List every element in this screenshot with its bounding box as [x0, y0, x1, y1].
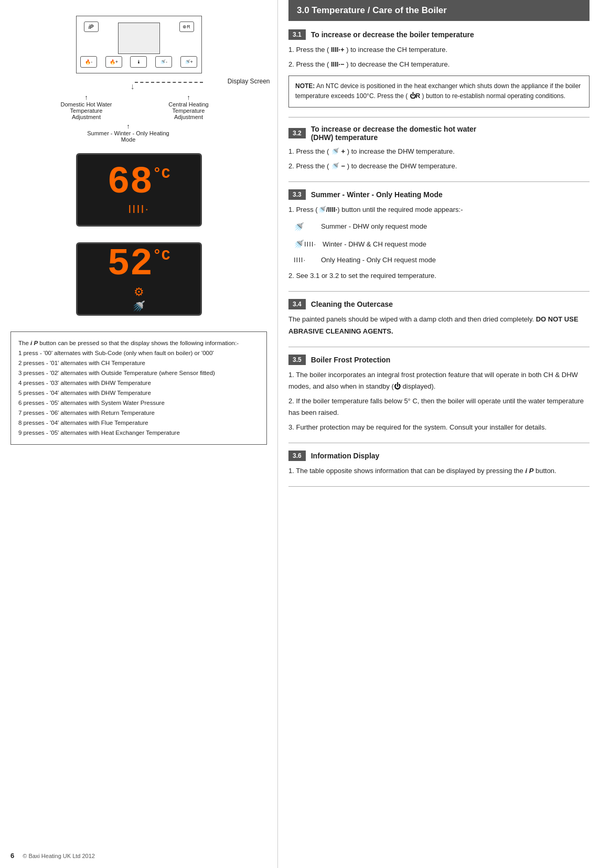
dhw-plus-button[interactable]: 🔥+: [105, 56, 122, 68]
divider-3-3: [288, 291, 590, 292]
boiler-top: iP ⊕R 🔥- 🔥+ 🌡 🚿- 🚿+: [71, 16, 207, 90]
section-title-3-1: To increase or decrease the boiler tempe…: [311, 30, 474, 39]
section-body-3-1: 1. Press the ( IIII·+ ) to increase the …: [288, 44, 590, 108]
section-body-3-5: 1. The boiler incorporates an integral f…: [288, 369, 590, 433]
section-3-2: 3.2 To increase or decrease the domestic…: [288, 125, 590, 172]
section-body-3-4: The painted panels should be wiped with …: [288, 314, 590, 337]
display-temp-2: 52°C: [107, 245, 170, 283]
section-title-3-3: Summer - Winter - Only Heating Mode: [311, 190, 443, 199]
heating-mode-label: Only Heating - Only CH request mode: [321, 254, 436, 266]
page: iP ⊕R 🔥- 🔥+ 🌡 🚿- 🚿+: [0, 0, 600, 868]
dhw-arrow: ↑: [60, 93, 113, 101]
section-3-4: 3.4 Cleaning the Outercase The painted p…: [288, 299, 590, 337]
reset-button[interactable]: ⊕R: [179, 22, 194, 32]
summer-icon: 🚿: [294, 220, 315, 234]
section-num-3-4: 3.4: [288, 299, 306, 309]
section-body-3-2: 1. Press the ( 🚿 + ) to increase the DHW…: [288, 146, 590, 172]
section-num-3-5: 3.5: [288, 355, 306, 365]
section-header-3-4: 3.4 Cleaning the Outercase: [288, 299, 590, 309]
section-title-3-5: Boiler Frost Protection: [311, 356, 391, 364]
copyright: © Baxi Heating UK Ltd 2012: [23, 853, 95, 859]
page-number: 6: [10, 852, 14, 860]
section-num-3-1: 3.1: [288, 29, 306, 40]
chapter-header: 3.0 Temperature / Care of the Boiler: [288, 0, 590, 21]
section-3-6: 3.6 Information Display 1. The table opp…: [288, 451, 590, 477]
display-screen-2: 52°C ⚙ 🚿: [76, 242, 202, 316]
info-box: The i P button can be pressed so that th…: [10, 331, 267, 445]
mode-button[interactable]: 🌡: [130, 56, 147, 68]
reset-label: ⊕R: [183, 24, 190, 29]
section-header-3-2: 3.2 To increase or decrease the domestic…: [288, 125, 590, 142]
dhw-minus-button[interactable]: 🔥-: [80, 56, 97, 68]
mode-list: 🚿 Summer - DHW only request mode 🚿 IIII·…: [294, 220, 590, 266]
section-body-3-3: 1. Press (🚿/IIII·) button until the requ…: [288, 204, 590, 282]
display-temp-1: 68°C: [107, 164, 170, 201]
ch-label: ↑ Central HeatingTemperature Adjustment: [160, 93, 218, 120]
ch-plus-button[interactable]: 🚿+: [180, 56, 197, 68]
section-header-3-5: 3.5 Boiler Frost Protection: [288, 355, 590, 365]
divider-3-2: [288, 181, 590, 182]
heating-icon: IIII·: [294, 254, 315, 266]
left-panel: iP ⊕R 🔥- 🔥+ 🌡 🚿- 🚿+: [0, 0, 278, 868]
summer-winter-label: ↑ Summer - Winter - Only Heating Mode: [0, 122, 265, 143]
ip-button[interactable]: iP: [84, 22, 99, 32]
display-screen-box: [118, 23, 160, 54]
winter-mode-label: Winter - DHW & CH request mode: [323, 239, 426, 250]
ip-label: iP: [89, 24, 93, 30]
faucet-icon: 🚿: [132, 300, 145, 313]
mode-heating: IIII· Only Heating - Only CH request mod…: [294, 254, 590, 266]
display-bars-1: IIII·: [128, 202, 149, 216]
ch-minus-button[interactable]: 🚿-: [155, 56, 172, 68]
section-num-3-6: 3.6: [288, 451, 306, 461]
summer-mode-label: Summer - DHW only request mode: [321, 221, 427, 232]
display-screen-label: Display Screen: [228, 78, 270, 85]
section-header-3-1: 3.1 To increase or decrease the boiler t…: [288, 29, 590, 40]
dhw-label: ↑ Domestic Hot WaterTemperature Adjustme…: [60, 93, 113, 120]
buttons-row: 🔥- 🔥+ 🌡 🚿- 🚿+: [77, 56, 201, 68]
section-title-3-2: To increase or decrease the domestic hot…: [311, 125, 477, 142]
divider-3-6: [288, 486, 590, 487]
tap-icon: ⚙: [134, 285, 144, 299]
display-screen-1: 68°C IIII·: [76, 153, 202, 227]
winter-icon: 🚿 IIII·: [294, 237, 316, 251]
divider-3-5: [288, 443, 590, 443]
section-body-3-6: 1. The table opposite shows information …: [288, 465, 590, 477]
section-3-1: 3.1 To increase or decrease the boiler t…: [288, 29, 590, 108]
section-header-3-6: 3.6 Information Display: [288, 451, 590, 461]
divider-3-1: [288, 117, 590, 117]
divider-3-4: [288, 347, 590, 347]
section-num-3-3: 3.3: [288, 189, 306, 200]
section-3-3: 3.3 Summer - Winter - Only Heating Mode …: [288, 189, 590, 282]
ch-arrow: ↑: [160, 93, 218, 101]
control-panel-box: iP ⊕R 🔥- 🔥+ 🌡 🚿- 🚿+: [76, 16, 202, 73]
mode-winter: 🚿 IIII· Winter - DHW & CH request mode: [294, 237, 590, 251]
boiler-diagram: iP ⊕R 🔥- 🔥+ 🌡 🚿- 🚿+: [13, 16, 265, 316]
note-box-3-1: NOTE: An NTC device is positioned in the…: [288, 76, 590, 107]
section-title-3-4: Cleaning the Outercase: [311, 300, 393, 308]
section-num-3-2: 3.2: [288, 128, 306, 138]
right-panel: 3.0 Temperature / Care of the Boiler 3.1…: [278, 0, 600, 868]
mode-summer: 🚿 Summer - DHW only request mode: [294, 220, 590, 234]
section-title-3-6: Information Display: [311, 452, 380, 460]
section-3-5: 3.5 Boiler Frost Protection 1. The boile…: [288, 355, 590, 433]
section-header-3-3: 3.3 Summer - Winter - Only Heating Mode: [288, 189, 590, 200]
